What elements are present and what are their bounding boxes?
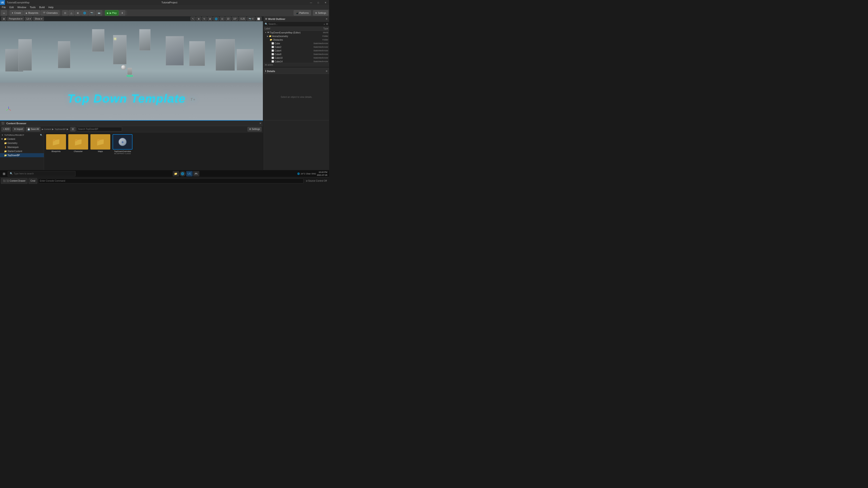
tree-row[interactable]: ▼ 🗺 TopDownExampleMap (Editor) World bbox=[264, 31, 329, 34]
world-local-toggle[interactable]: 🌐 bbox=[213, 17, 219, 21]
scene-cube bbox=[58, 41, 70, 68]
lit-button[interactable]: Lit ▾ bbox=[25, 17, 32, 21]
tree-row[interactable]: ⬜ Cube8 StaticMeshActor bbox=[264, 53, 329, 56]
snap-angle-icon[interactable]: △ bbox=[68, 10, 74, 15]
content-item-blueprints[interactable]: 📁 Blueprints bbox=[46, 134, 66, 155]
cb-settings-button[interactable]: ⚙ Settings bbox=[248, 127, 261, 131]
taskbar-steam[interactable]: 🎮 bbox=[193, 171, 199, 176]
perspective-button[interactable]: Perspective ▾ bbox=[7, 17, 24, 21]
outliner-close-button[interactable]: ✕ bbox=[326, 18, 328, 21]
outliner-options-icon[interactable]: ⚙ bbox=[326, 23, 328, 26]
sidebar-item-geometry[interactable]: 📁 Geometry bbox=[0, 141, 44, 145]
content-drawer-button[interactable]: ⬛ ⬛ Content Drawer bbox=[1, 178, 28, 184]
outliner-search-input[interactable] bbox=[269, 23, 323, 25]
world-icon[interactable]: 🌐 bbox=[81, 10, 88, 15]
close-button[interactable]: ✕ bbox=[322, 0, 329, 5]
cmd-button[interactable]: Cmd bbox=[29, 178, 37, 184]
menu-file[interactable]: File bbox=[0, 5, 8, 9]
windows-start-button[interactable]: ⊞ bbox=[1, 171, 7, 176]
taskbar-chrome[interactable]: 🌐 bbox=[180, 171, 186, 176]
menu-window[interactable]: Window bbox=[16, 5, 28, 9]
snap-icon[interactable]: ⊡ bbox=[62, 10, 68, 15]
source-control-icon: ⊘ bbox=[306, 180, 308, 182]
create-button[interactable]: ✦ Create bbox=[9, 10, 23, 15]
play-button[interactable]: ▶ ▶ Play bbox=[105, 10, 119, 15]
blueprints-button[interactable]: ◈ Blueprints bbox=[24, 10, 40, 15]
system-tray: 🌐 24°C Clear ENG 10:43 PM 2021-07-26 bbox=[296, 171, 328, 177]
camera-speed[interactable]: 📷 4 bbox=[247, 17, 255, 21]
sidebar-item-mannequin[interactable]: 🧍 Mannequin bbox=[0, 145, 44, 149]
project-header: ▼ TUTORIALPROJECT 🔍 bbox=[0, 133, 44, 137]
search-placeholder: Type here to search bbox=[14, 172, 34, 175]
menu-tools[interactable]: Tools bbox=[28, 5, 37, 9]
menu-help[interactable]: Help bbox=[46, 5, 55, 9]
tree-row[interactable]: ▶ 📁 ArenaGeometry Folder bbox=[264, 34, 329, 38]
details-close-button[interactable]: ✕ bbox=[326, 70, 328, 73]
console-command-input[interactable] bbox=[38, 178, 304, 184]
blueprints-icon: ◈ bbox=[26, 12, 27, 14]
maximize-viewport[interactable]: ⬜ bbox=[256, 17, 261, 21]
tree-row[interactable]: 📁 Obstacles Folder bbox=[264, 38, 329, 41]
angle-size[interactable]: 10° bbox=[232, 17, 238, 21]
viewport-container[interactable]: ⊞ Perspective ▾ Lit ▾ Show ▾ ↖ ⊕ ↻ ⊞ 🌐 ⊡… bbox=[0, 16, 263, 120]
content-browser-close-button[interactable]: ✕ bbox=[259, 122, 261, 125]
show-button[interactable]: Show ▾ bbox=[33, 17, 44, 21]
scale-tool[interactable]: ⊞ bbox=[208, 17, 213, 21]
folder-thumbnail-blueprints: 📁 bbox=[46, 134, 66, 150]
folder-icon-3: 📁 bbox=[96, 138, 105, 146]
pause-icon[interactable]: ⏸ bbox=[119, 10, 125, 15]
tree-row[interactable]: ⬜ Cube10 StaticMeshActor bbox=[264, 56, 329, 60]
source-control-status[interactable]: ⊘ Source Control Off bbox=[305, 180, 328, 182]
scale-size[interactable]: 0.25 bbox=[239, 17, 246, 21]
editor-taskbar: ⬛ ⬛ Content Drawer Cmd ⊘ Source Control … bbox=[0, 177, 329, 184]
toolbar-separator bbox=[8, 11, 8, 15]
character-selection-ring bbox=[127, 75, 133, 77]
toolbar-modes-icon[interactable]: ⚏ bbox=[1, 10, 7, 15]
outliner-add-icon[interactable]: + bbox=[324, 23, 325, 26]
sidebar-item-topdownbp[interactable]: 📁 TopDownBP bbox=[0, 153, 44, 157]
vr-icon[interactable]: 🥽 bbox=[96, 10, 102, 15]
play-icon: ▶ bbox=[107, 12, 109, 14]
viewport-toolbar: ⊞ Perspective ▾ Lit ▾ Show ▾ ↖ ⊕ ↻ ⊞ 🌐 ⊡… bbox=[0, 16, 263, 21]
sidebar-item-content[interactable]: ▼ 📁 Content bbox=[0, 137, 44, 141]
grid-size[interactable]: 10 bbox=[225, 17, 231, 21]
snap-scale-icon[interactable]: ⊞ bbox=[75, 10, 81, 15]
tree-row[interactable]: ⬜ Cube14 StaticMeshActor bbox=[264, 60, 329, 63]
content-browser-search-input[interactable] bbox=[77, 127, 122, 131]
maximize-button[interactable]: □ bbox=[315, 0, 322, 5]
menu-build[interactable]: Build bbox=[37, 5, 46, 9]
viewport-mode-button[interactable]: ⊞ bbox=[1, 17, 6, 21]
sidebar-item-starter-content[interactable]: 📁 StarterContent bbox=[0, 149, 44, 153]
content-item-maps[interactable]: 📁 Maps bbox=[90, 134, 111, 155]
outliner-column-headers: Label Type bbox=[264, 27, 329, 31]
menu-edit[interactable]: Edit bbox=[8, 5, 16, 9]
folder-thumbnail-maps: 📁 bbox=[90, 134, 110, 150]
windows-search-bar[interactable]: 🔍 Type here to search bbox=[8, 171, 75, 176]
save-all-button[interactable]: 💾 Save All bbox=[26, 127, 40, 131]
add-button[interactable]: + ADD bbox=[1, 127, 11, 131]
camera-icon[interactable]: 📷 bbox=[88, 10, 95, 15]
translate-tool[interactable]: ⊕ bbox=[196, 17, 201, 21]
platforms-button[interactable]: 📱 Platforms bbox=[293, 10, 311, 15]
tree-row[interactable]: ⬜ Cube2 StaticMeshActor bbox=[264, 45, 329, 49]
taskbar-file-explorer[interactable]: 📁 bbox=[173, 171, 179, 176]
search-icon-win: 🔍 bbox=[10, 172, 13, 175]
taskbar-ue4[interactable]: UE bbox=[186, 171, 193, 176]
coordinate-widget bbox=[5, 105, 12, 112]
import-button[interactable]: ⬆ Import bbox=[12, 127, 24, 131]
cinematics-button[interactable]: 🎬 Cinematics bbox=[41, 10, 59, 15]
rotate-tool[interactable]: ↻ bbox=[202, 17, 207, 21]
content-item-topdownoverview[interactable]: ◈ TopDownOverview BLUEPRINT CLASS bbox=[112, 134, 133, 155]
character-body bbox=[127, 68, 132, 74]
search-icon-sidebar[interactable]: 🔍 bbox=[40, 134, 42, 136]
blueprint-thumbnail: ◈ bbox=[113, 134, 132, 150]
tree-row[interactable]: ⬜ Cube4 StaticMeshActor bbox=[264, 49, 329, 53]
content-item-character[interactable]: 📁 Character bbox=[68, 134, 88, 155]
snap-settings[interactable]: ⊡ bbox=[220, 17, 225, 21]
select-tool[interactable]: ↖ bbox=[191, 17, 195, 21]
settings-button[interactable]: ⚙ Settings bbox=[313, 10, 328, 15]
tree-row[interactable]: ⬜ Cube StaticMeshActor bbox=[264, 41, 329, 45]
details-panel: ℹ Details ✕ Select an object to view det… bbox=[264, 68, 329, 120]
minimize-button[interactable]: — bbox=[307, 0, 315, 5]
filter-button[interactable]: ☰ bbox=[70, 127, 75, 131]
